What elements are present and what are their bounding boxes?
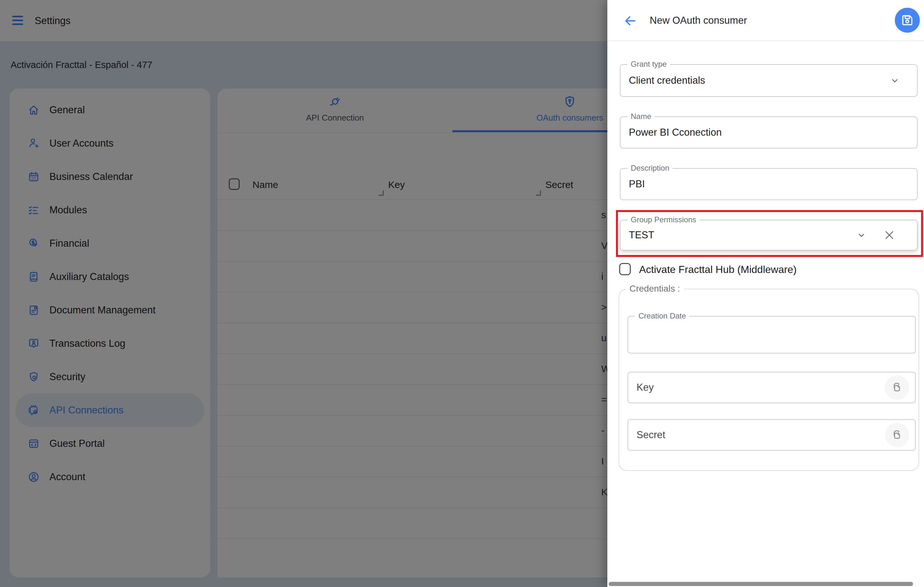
copy-key-button[interactable] xyxy=(885,375,909,400)
description-value: PBI xyxy=(629,178,645,190)
clear-icon[interactable] xyxy=(883,229,896,242)
save-button[interactable] xyxy=(895,8,920,33)
name-label: Name xyxy=(627,112,655,121)
chevron-down-icon[interactable] xyxy=(889,75,900,86)
grant-type-select[interactable]: Grant type Client credentials xyxy=(620,64,917,97)
copy-icon xyxy=(891,429,903,441)
creation-date-field[interactable]: Creation Date xyxy=(627,316,916,353)
horizontal-scrollbar[interactable] xyxy=(609,582,913,586)
save-icon xyxy=(901,13,914,27)
group-permissions-label: Group Permissions xyxy=(627,215,700,224)
creation-date-label: Creation Date xyxy=(635,312,689,320)
copy-icon xyxy=(891,381,903,394)
secret-field[interactable]: Secret xyxy=(627,419,916,451)
credentials-section: Credentials : Creation Date Key Secret xyxy=(619,289,919,471)
grant-type-label: Grant type xyxy=(627,60,670,69)
description-field[interactable]: Description PBI xyxy=(620,168,917,200)
description-label: Description xyxy=(627,163,672,173)
key-field[interactable]: Key xyxy=(627,372,916,403)
name-field[interactable]: Name Power BI Cconection xyxy=(620,116,917,148)
back-arrow-icon[interactable] xyxy=(624,14,637,28)
name-value: Power BI Cconection xyxy=(629,127,721,138)
group-permissions-value: TEST xyxy=(629,229,654,241)
group-permissions-select[interactable]: Group Permissions TEST xyxy=(620,220,917,251)
drawer-title: New OAuth consumer xyxy=(650,15,747,26)
secret-placeholder: Secret xyxy=(637,429,665,441)
grant-type-value: Client credentials xyxy=(629,75,705,86)
new-oauth-consumer-drawer: New OAuth consumer Grant type Client cre… xyxy=(607,0,924,587)
key-placeholder: Key xyxy=(637,382,653,393)
drawer-header: New OAuth consumer xyxy=(607,0,924,41)
activate-hub-label: Activate Fracttal Hub (Middleware) xyxy=(639,264,797,275)
activate-hub-checkbox[interactable] xyxy=(619,263,631,275)
credentials-legend: Credentials : xyxy=(625,284,684,294)
copy-secret-button[interactable] xyxy=(885,423,909,447)
chevron-down-icon[interactable] xyxy=(856,230,867,241)
app-root: Settings Activación Fracttal - Español -… xyxy=(0,0,924,587)
